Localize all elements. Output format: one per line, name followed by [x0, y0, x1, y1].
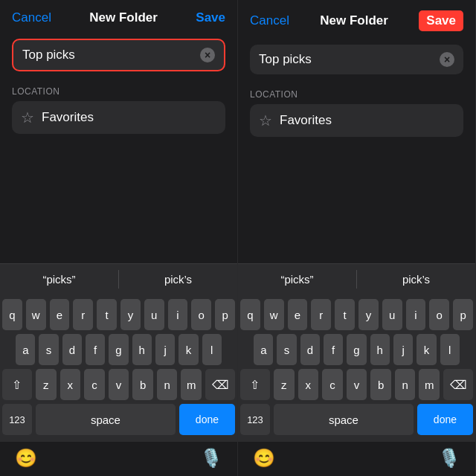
key-o[interactable]: o	[191, 299, 211, 330]
emoji-icon[interactable]: 😊	[15, 448, 37, 469]
key-e[interactable]: e	[288, 299, 308, 330]
key-e[interactable]: e	[50, 299, 70, 330]
key-done[interactable]: done	[179, 404, 235, 435]
key-w[interactable]: w	[26, 299, 46, 330]
key-h[interactable]: h	[370, 334, 390, 365]
key-m[interactable]: m	[419, 369, 440, 400]
key-123[interactable]: 123	[240, 404, 270, 435]
key-v[interactable]: v	[347, 369, 367, 400]
bottom-bar: 😊 🎙️	[238, 442, 475, 476]
clear-button[interactable]	[440, 52, 454, 67]
key-shift[interactable]: ⇧	[240, 369, 270, 400]
key-o[interactable]: o	[429, 299, 449, 330]
location-label: LOCATION	[12, 86, 225, 97]
key-b[interactable]: b	[132, 369, 153, 400]
key-d[interactable]: d	[300, 334, 320, 365]
nav-title: New Folder	[89, 10, 158, 25]
key-i[interactable]: i	[406, 299, 426, 330]
mic-icon[interactable]: 🎙️	[438, 448, 460, 469]
key-c[interactable]: c	[322, 369, 343, 400]
key-shift[interactable]: ⇧	[2, 369, 32, 400]
key-h[interactable]: h	[132, 334, 152, 365]
autocomplete-bar: “picks”pick’s	[0, 263, 237, 295]
key-i[interactable]: i	[168, 299, 188, 330]
autocomplete-item-1[interactable]: pick’s	[119, 270, 237, 289]
cancel-button[interactable]: Cancel	[12, 10, 51, 25]
folder-name-section: Top picks	[238, 39, 475, 80]
folder-input-wrapper[interactable]: Top picks	[250, 45, 463, 74]
key-r[interactable]: r	[311, 299, 331, 330]
keyboard-area: “picks”pick’s qwertyuiop asdfghjkl ⇧ zxc…	[0, 263, 237, 476]
keyboard: qwertyuiop asdfghjkl ⇧ zxcvbnm ⌫ 123	[0, 295, 237, 442]
key-row-3: ⇧ zxcvbnm ⌫	[240, 369, 473, 400]
key-backspace[interactable]: ⌫	[205, 369, 235, 400]
key-n[interactable]: n	[395, 369, 416, 400]
key-j[interactable]: j	[393, 334, 413, 365]
key-f[interactable]: f	[86, 334, 105, 365]
key-row-4: 123 space done	[2, 404, 235, 435]
key-k[interactable]: k	[178, 334, 198, 365]
key-t[interactable]: t	[97, 299, 117, 330]
key-g[interactable]: g	[347, 334, 366, 365]
key-p[interactable]: p	[453, 299, 473, 330]
key-j[interactable]: j	[155, 334, 175, 365]
mic-icon[interactable]: 🎙️	[200, 448, 222, 469]
key-s[interactable]: s	[39, 334, 58, 365]
key-u[interactable]: u	[382, 299, 402, 330]
key-a[interactable]: a	[16, 334, 35, 365]
location-label: LOCATION	[250, 89, 463, 100]
panel-left: Cancel New Folder Save Top picks LOCATIO…	[0, 0, 238, 476]
key-backspace[interactable]: ⌫	[443, 369, 473, 400]
key-f[interactable]: f	[324, 334, 343, 365]
key-l[interactable]: l	[202, 334, 222, 365]
location-value: Favorites	[42, 110, 94, 125]
key-l[interactable]: l	[440, 334, 460, 365]
emoji-icon[interactable]: 😊	[253, 448, 275, 469]
key-q[interactable]: q	[2, 299, 22, 330]
key-r[interactable]: r	[73, 299, 93, 330]
folder-input-wrapper[interactable]: Top picks	[12, 39, 225, 71]
key-x[interactable]: x	[298, 369, 319, 400]
autocomplete-bar: “picks”pick’s	[238, 263, 475, 295]
key-k[interactable]: k	[416, 334, 436, 365]
bottom-bar: 😊 🎙️	[0, 442, 237, 476]
autocomplete-item-0[interactable]: “picks”	[238, 270, 357, 289]
key-v[interactable]: v	[109, 369, 129, 400]
key-c[interactable]: c	[84, 369, 105, 400]
save-button[interactable]: Save	[196, 10, 225, 25]
location-row[interactable]: ☆ Favorites	[12, 101, 225, 134]
key-w[interactable]: w	[264, 299, 284, 330]
nav-title: New Folder	[320, 13, 388, 28]
key-z[interactable]: z	[36, 369, 57, 400]
key-s[interactable]: s	[277, 334, 296, 365]
key-m[interactable]: m	[181, 369, 202, 400]
keyboard-area: “picks”pick’s qwertyuiop asdfghjkl ⇧ zxc…	[238, 263, 475, 476]
key-space[interactable]: space	[36, 404, 176, 435]
key-x[interactable]: x	[60, 369, 81, 400]
key-b[interactable]: b	[370, 369, 391, 400]
folder-name-input[interactable]: Top picks	[259, 52, 440, 67]
folder-name-input[interactable]: Top picks	[22, 48, 200, 62]
save-button[interactable]: Save	[419, 10, 463, 31]
autocomplete-item-0[interactable]: “picks”	[0, 270, 119, 289]
location-value: Favorites	[280, 113, 332, 128]
key-g[interactable]: g	[109, 334, 128, 365]
key-done[interactable]: done	[417, 404, 473, 435]
key-n[interactable]: n	[157, 369, 178, 400]
key-z[interactable]: z	[274, 369, 295, 400]
key-123[interactable]: 123	[2, 404, 32, 435]
autocomplete-item-1[interactable]: pick’s	[357, 270, 475, 289]
location-row[interactable]: ☆ Favorites	[250, 104, 463, 137]
cancel-button[interactable]: Cancel	[250, 13, 289, 28]
star-icon: ☆	[259, 112, 272, 129]
key-d[interactable]: d	[62, 334, 82, 365]
key-t[interactable]: t	[335, 299, 355, 330]
key-y[interactable]: y	[358, 299, 379, 330]
key-u[interactable]: u	[144, 299, 164, 330]
key-y[interactable]: y	[120, 299, 141, 330]
key-q[interactable]: q	[240, 299, 260, 330]
key-p[interactable]: p	[215, 299, 235, 330]
key-a[interactable]: a	[254, 334, 273, 365]
key-space[interactable]: space	[274, 404, 414, 435]
clear-button[interactable]	[200, 48, 215, 62]
